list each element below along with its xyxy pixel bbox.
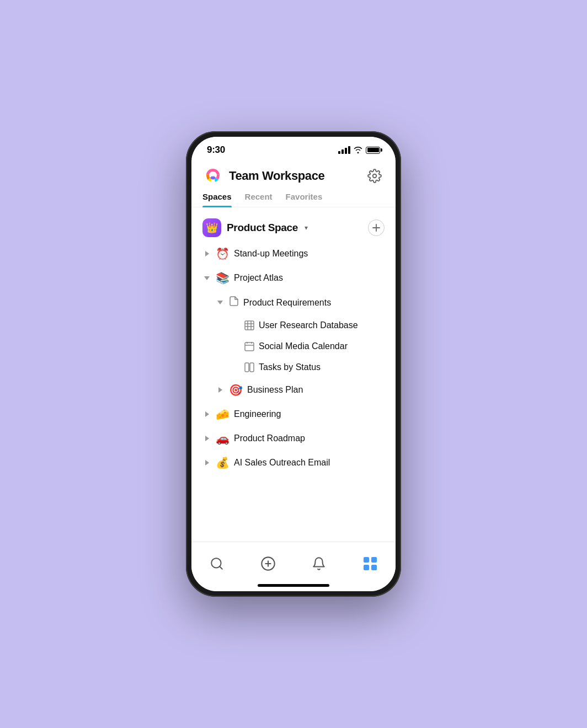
prodrequirements-label: Product Requirements	[243, 298, 331, 308]
socialmediacal-label: Social Media Calendar	[259, 341, 348, 351]
projectatlas-label: Project Atlas	[234, 273, 283, 283]
home-indicator	[258, 584, 329, 587]
svg-rect-9	[245, 342, 254, 351]
wifi-icon	[354, 147, 362, 153]
battery-icon	[366, 147, 380, 154]
main-content: Team Workspace Spaces Recent	[191, 159, 396, 591]
plus-icon	[372, 223, 381, 232]
list-item[interactable]: 🚗 Product Roadmap	[191, 426, 396, 451]
space-name: Product Space	[227, 222, 298, 234]
svg-point-0	[202, 165, 223, 186]
phone-frame: 9:30	[186, 131, 401, 597]
workspace-header: Team Workspace	[191, 159, 396, 192]
space-chevron-icon: ▾	[305, 224, 308, 232]
tasksbystatus-label: Tasks by Status	[259, 362, 321, 372]
add-space-button[interactable]	[368, 220, 385, 236]
space-left[interactable]: 👑 Product Space ▾	[202, 218, 308, 237]
chevron-right-icon	[202, 458, 211, 467]
standup-icon: ⏰	[216, 247, 230, 260]
space-header: 👑 Product Space ▾	[191, 210, 396, 242]
nav-tree: ⏰ Stand-up Meetings 📚 Project Atlas	[191, 242, 396, 475]
plus-circle-icon	[260, 556, 276, 571]
chevron-right-icon	[202, 410, 211, 419]
list-item[interactable]: 📚 Project Atlas	[191, 266, 396, 290]
engineering-icon: 🧀	[216, 408, 230, 421]
aisales-icon: 💰	[216, 456, 230, 469]
tab-bar: Spaces Recent Favorites	[191, 192, 396, 207]
svg-rect-14	[250, 363, 254, 372]
list-item[interactable]: 🎯 Business Plan	[191, 378, 396, 402]
aisales-label: AI Sales Outreach Email	[234, 458, 330, 468]
chevron-placeholder	[231, 363, 240, 372]
list-item[interactable]: ⏰ Stand-up Meetings	[191, 242, 396, 266]
businessplan-label: Business Plan	[247, 385, 303, 395]
list-item[interactable]: 🧀 Engineering	[191, 402, 396, 426]
chevron-down-icon	[202, 274, 211, 282]
notifications-nav-button[interactable]	[305, 550, 333, 577]
bell-icon	[312, 556, 326, 571]
chevron-down-icon	[216, 298, 225, 307]
status-time: 9:30	[207, 144, 225, 156]
chevron-placeholder	[231, 342, 240, 351]
svg-point-1	[373, 174, 377, 178]
chevron-right-icon	[216, 386, 225, 394]
svg-line-16	[220, 566, 222, 569]
list-item[interactable]: User Research Database	[191, 315, 396, 336]
businessplan-icon: 🎯	[229, 383, 243, 397]
gear-icon	[367, 169, 382, 183]
tab-favorites[interactable]: Favorites	[286, 192, 323, 207]
userresearch-label: User Research Database	[259, 320, 358, 330]
svg-rect-13	[245, 363, 249, 372]
app-logo	[202, 165, 223, 186]
add-nav-button[interactable]	[254, 550, 282, 577]
board-icon	[244, 362, 254, 372]
space-icon: 👑	[202, 218, 221, 237]
chevron-right-icon	[202, 434, 211, 443]
list-item[interactable]: Social Media Calendar	[191, 336, 396, 357]
bottom-navigation	[191, 542, 396, 591]
standup-label: Stand-up Meetings	[234, 249, 308, 259]
productroadmap-icon: 🚗	[216, 432, 230, 445]
table-icon	[244, 320, 254, 330]
settings-button[interactable]	[365, 166, 385, 186]
svg-rect-4	[245, 321, 254, 330]
status-icons	[338, 146, 380, 154]
list-item[interactable]: Product Requirements	[191, 290, 396, 315]
signal-icon	[338, 146, 350, 154]
tab-recent[interactable]: Recent	[245, 192, 273, 207]
grid-icon	[364, 557, 377, 570]
doc-icon	[229, 296, 239, 309]
engineering-label: Engineering	[234, 409, 281, 419]
status-bar: 9:30	[191, 137, 396, 159]
phone-screen: 9:30	[191, 137, 396, 591]
tab-spaces[interactable]: Spaces	[202, 192, 232, 207]
chevron-right-icon	[202, 249, 211, 258]
search-icon	[210, 556, 224, 571]
home-nav-button[interactable]	[356, 550, 384, 577]
chevron-placeholder	[231, 321, 240, 330]
projectatlas-icon: 📚	[216, 271, 230, 285]
calendar-icon	[244, 341, 254, 351]
search-nav-button[interactable]	[203, 550, 231, 577]
workspace-title: Team Workspace	[229, 169, 324, 183]
header-left: Team Workspace	[202, 165, 324, 186]
productroadmap-label: Product Roadmap	[234, 433, 305, 443]
list-item[interactable]: Tasks by Status	[191, 357, 396, 378]
list-item[interactable]: 💰 AI Sales Outreach Email	[191, 451, 396, 475]
